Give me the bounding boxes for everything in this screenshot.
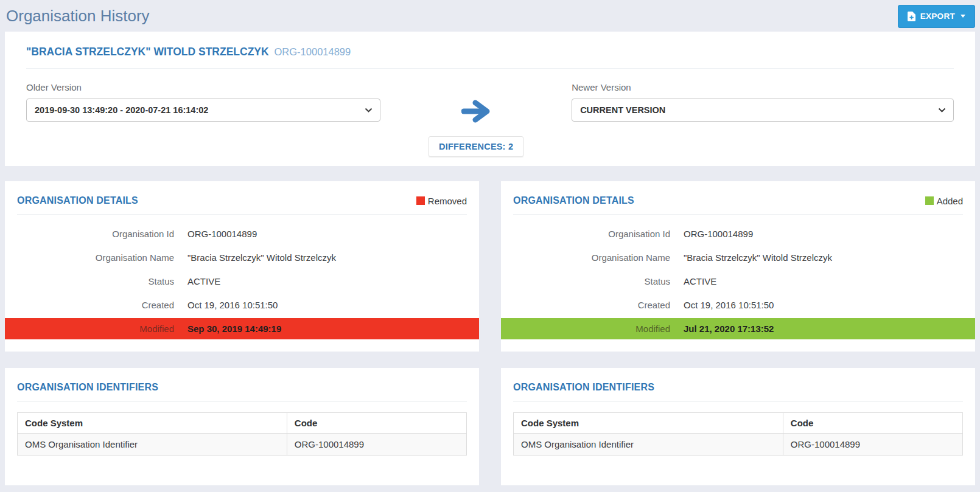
detail-value: Oct 19, 2016 10:51:50 [684, 300, 774, 310]
newer-version-select[interactable]: CURRENT VERSION [572, 99, 954, 122]
details-panel-added: ORGANISATION DETAILS Added Organisation … [501, 181, 975, 352]
identifiers-panel-newer: ORGANISATION IDENTIFIERS Code System Cod… [501, 368, 975, 485]
detail-label: Organisation Id [17, 229, 174, 239]
code-cell: ORG-100014899 [783, 434, 962, 456]
export-button[interactable]: EXPORT [898, 5, 975, 28]
detail-row: Organisation Id ORG-100014899 [5, 222, 479, 246]
detail-value: Sep 30, 2019 14:49:19 [187, 324, 281, 334]
detail-row: Organisation Name "Bracia Strzelczyk" Wi… [5, 246, 479, 269]
panel-divider [17, 401, 467, 402]
detail-value: "Bracia Strzelczyk" Witold Strzelczyk [187, 252, 336, 263]
detail-label: Modified [17, 324, 174, 334]
code-cell: ORG-100014899 [287, 434, 466, 456]
differences-badge[interactable]: DIFFERENCES: 2 [429, 136, 523, 157]
column-header-code-system: Code System [514, 413, 783, 434]
organisation-name: "BRACIA STRZELCZYK" WITOLD STRZELCZYK [26, 46, 269, 58]
table-row: OMS Organisation Identifier ORG-10001489… [514, 434, 963, 456]
added-legend-label: Added [937, 196, 963, 206]
detail-label: Created [17, 300, 174, 310]
removed-legend: Removed [416, 196, 467, 206]
detail-label: Organisation Name [17, 252, 174, 263]
column-header-code: Code [287, 413, 466, 434]
detail-row: Organisation Name "Bracia Strzelczyk" Wi… [501, 246, 975, 269]
detail-label: Status [17, 276, 174, 286]
compare-middle-column: DIFFERENCES: 2 [380, 82, 572, 157]
detail-row: Organisation Id ORG-100014899 [501, 222, 975, 246]
details-panel-removed: ORGANISATION DETAILS Removed Organisatio… [5, 181, 479, 352]
added-legend: Added [925, 196, 963, 206]
detail-value: ORG-100014899 [684, 229, 753, 239]
identifiers-panel-title: ORGANISATION IDENTIFIERS [513, 382, 654, 393]
page-title: Organisation History [6, 7, 150, 26]
version-compare-form: Older Version 2019-09-30 13:49:20 - 2020… [26, 69, 954, 157]
added-color-swatch [925, 196, 934, 205]
detail-row: Status ACTIVE [5, 269, 479, 293]
detail-row: Created Oct 19, 2016 10:51:50 [5, 293, 479, 317]
removed-color-swatch [416, 196, 425, 205]
identifiers-table: Code System Code OMS Organisation Identi… [17, 412, 467, 456]
detail-value: Jul 21, 2020 17:13:52 [684, 324, 774, 334]
detail-label: Organisation Id [513, 229, 670, 239]
newer-version-field: Newer Version CURRENT VERSION [572, 82, 954, 157]
details-panels-row: ORGANISATION DETAILS Removed Organisatio… [5, 181, 975, 352]
organisation-heading: "BRACIA STRZELCZYK" WITOLD STRZELCZYK OR… [26, 44, 954, 58]
identifiers-panel-older: ORGANISATION IDENTIFIERS Code System Cod… [5, 368, 479, 485]
older-version-select[interactable]: 2019-09-30 13:49:20 - 2020-07-21 16:14:0… [26, 99, 380, 122]
detail-value: ORG-100014899 [187, 229, 257, 239]
organisation-id: ORG-100014899 [275, 46, 351, 57]
compare-arrow-icon [461, 100, 491, 123]
detail-label: Created [513, 300, 670, 310]
identifiers-panel-title: ORGANISATION IDENTIFIERS [17, 382, 158, 393]
detail-row-removed-highlight: Modified Sep 30, 2019 14:49:19 [5, 318, 479, 339]
identifiers-table: Code System Code OMS Organisation Identi… [513, 412, 963, 456]
details-panel-title: ORGANISATION DETAILS [17, 195, 138, 206]
detail-value: ACTIVE [187, 276, 220, 286]
older-version-label: Older Version [26, 82, 380, 92]
caret-down-icon [961, 15, 965, 18]
column-header-code-system: Code System [18, 413, 287, 434]
column-header-code: Code [783, 413, 962, 434]
export-file-icon [908, 12, 915, 21]
code-system-cell: OMS Organisation Identifier [514, 434, 783, 456]
detail-label: Status [513, 276, 670, 286]
panel-divider [513, 401, 963, 402]
detail-value: ACTIVE [684, 276, 716, 286]
version-compare-card: "BRACIA STRZELCZYK" WITOLD STRZELCZYK OR… [5, 32, 975, 166]
panel-divider [513, 214, 963, 215]
detail-label: Modified [513, 324, 670, 334]
details-panel-title: ORGANISATION DETAILS [513, 195, 634, 206]
newer-version-label: Newer Version [572, 82, 954, 92]
detail-value: "Bracia Strzelczyk" Witold Strzelczyk [684, 252, 832, 263]
detail-row-added-highlight: Modified Jul 21, 2020 17:13:52 [501, 318, 975, 339]
detail-row: Created Oct 19, 2016 10:51:50 [501, 293, 975, 317]
detail-row: Status ACTIVE [501, 269, 975, 293]
detail-value: Oct 19, 2016 10:51:50 [187, 300, 278, 310]
export-button-label: EXPORT [920, 12, 955, 21]
detail-label: Organisation Name [513, 252, 670, 263]
table-row: OMS Organisation Identifier ORG-10001489… [18, 434, 467, 456]
removed-legend-label: Removed [428, 196, 467, 206]
top-bar: Organisation History EXPORT [0, 0, 980, 32]
identifiers-panels-row: ORGANISATION IDENTIFIERS Code System Cod… [5, 368, 975, 485]
older-version-field: Older Version 2019-09-30 13:49:20 - 2020… [26, 82, 380, 157]
panel-divider [17, 214, 467, 215]
code-system-cell: OMS Organisation Identifier [18, 434, 287, 456]
